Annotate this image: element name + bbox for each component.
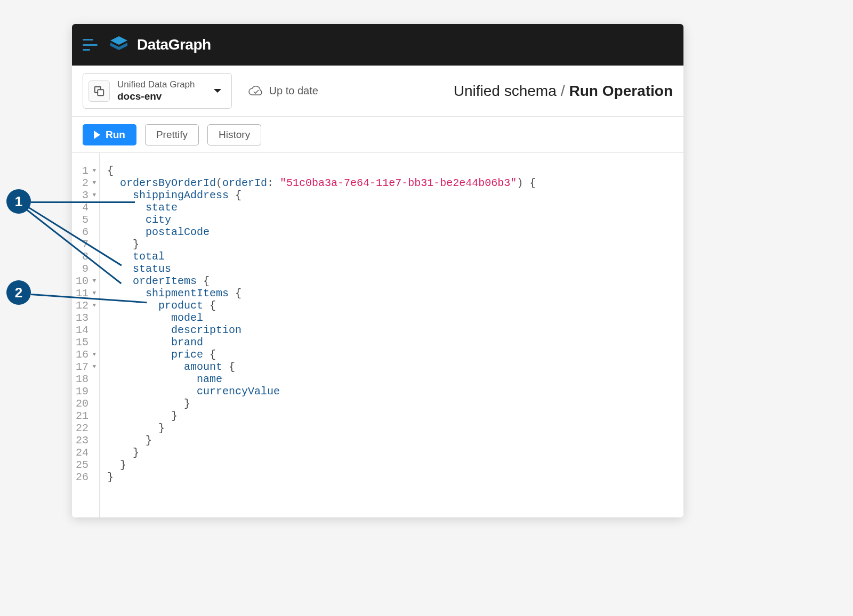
code-line[interactable]: name xyxy=(107,373,536,385)
gutter-line: 24 xyxy=(75,447,96,459)
breadcrumb-current: Run Operation xyxy=(569,83,673,100)
header: DataGraph xyxy=(72,24,683,66)
code-line[interactable]: model xyxy=(107,312,536,324)
code-line[interactable]: city xyxy=(107,214,536,226)
code-editor[interactable]: 1▼2▼3▼45678910▼11▼12▼13141516▼17▼1819202… xyxy=(72,153,683,517)
status-text: Up to date xyxy=(269,85,318,97)
cloud-check-icon xyxy=(248,85,264,97)
fold-icon[interactable]: ▼ xyxy=(91,299,96,312)
code-line[interactable]: brand xyxy=(107,336,536,348)
gutter-line: 6 xyxy=(75,226,96,238)
fold-icon[interactable]: ▼ xyxy=(91,348,96,361)
subheader: Unified Data Graph docs-env Up to date U… xyxy=(72,66,683,117)
gutter-line: 19 xyxy=(75,385,96,398)
code-line[interactable]: product { xyxy=(107,299,536,312)
gutter-line: 1▼ xyxy=(75,165,96,177)
code-line[interactable]: postalCode xyxy=(107,226,536,238)
logo-icon xyxy=(108,34,130,55)
code-line[interactable]: ordersByOrderId(orderId: "51c0ba3a-7e64-… xyxy=(107,177,536,189)
gutter-line: 21 xyxy=(75,410,96,422)
code-line[interactable]: } xyxy=(107,422,536,434)
svg-marker-0 xyxy=(110,36,127,45)
menu-icon[interactable] xyxy=(83,39,98,51)
code-line[interactable]: shippingAddress { xyxy=(107,189,536,201)
code-line[interactable]: } xyxy=(107,447,536,459)
annotation-badge-2: 2 xyxy=(6,280,31,305)
env-label: Unified Data Graph xyxy=(117,79,195,90)
gutter-line: 5 xyxy=(75,214,96,226)
gutter-line: 13 xyxy=(75,312,96,324)
gutter-line: 18 xyxy=(75,373,96,385)
gutter-line: 14 xyxy=(75,324,96,336)
layers-icon xyxy=(88,80,110,102)
breadcrumb-separator: / xyxy=(561,83,565,100)
breadcrumb-parent[interactable]: Unified schema xyxy=(454,83,557,100)
app-window: DataGraph Unified Data Graph docs-env Up… xyxy=(72,24,683,517)
gutter-line: 26 xyxy=(75,471,96,483)
code-line[interactable]: amount { xyxy=(107,361,536,373)
gutter-line: 23 xyxy=(75,434,96,447)
code-line[interactable]: shipmentItems { xyxy=(107,287,536,299)
fold-icon[interactable]: ▼ xyxy=(91,275,96,287)
fold-icon[interactable]: ▼ xyxy=(91,189,96,201)
fold-icon[interactable]: ▼ xyxy=(91,177,96,189)
code-line[interactable]: price { xyxy=(107,348,536,361)
breadcrumb: Unified schema / Run Operation xyxy=(454,83,673,100)
fold-icon[interactable]: ▼ xyxy=(91,165,96,177)
logo[interactable]: DataGraph xyxy=(108,34,211,55)
gutter-line: 4 xyxy=(75,201,96,214)
code-line[interactable]: { xyxy=(107,165,536,177)
play-icon xyxy=(94,131,100,139)
gutter-line: 22 xyxy=(75,422,96,434)
code-line[interactable]: state xyxy=(107,201,536,214)
code-line[interactable]: } xyxy=(107,471,536,483)
prettify-button[interactable]: Prettify xyxy=(145,124,199,145)
gutter-line: 17▼ xyxy=(75,361,96,373)
code-line[interactable]: } xyxy=(107,410,536,422)
gutter-line: 3▼ xyxy=(75,189,96,201)
toolbar: Run Prettify History xyxy=(72,117,683,153)
code-line[interactable]: orderItems { xyxy=(107,275,536,287)
history-button[interactable]: History xyxy=(207,124,261,145)
code-line[interactable]: total xyxy=(107,250,536,263)
code-line[interactable]: description xyxy=(107,324,536,336)
gutter-line: 9 xyxy=(75,263,96,275)
fold-icon[interactable]: ▼ xyxy=(91,361,96,373)
run-button[interactable]: Run xyxy=(83,124,136,145)
gutter-line: 2▼ xyxy=(75,177,96,189)
gutter-line: 25 xyxy=(75,459,96,471)
chevron-down-icon xyxy=(213,88,222,94)
svg-rect-4 xyxy=(98,90,103,95)
code-line[interactable]: } xyxy=(107,459,536,471)
sync-status: Up to date xyxy=(248,85,318,97)
gutter-line: 10▼ xyxy=(75,275,96,287)
gutter-line: 16▼ xyxy=(75,348,96,361)
gutter: 1▼2▼3▼45678910▼11▼12▼13141516▼17▼1819202… xyxy=(72,153,100,517)
gutter-line: 20 xyxy=(75,398,96,410)
code-line[interactable]: currencyValue xyxy=(107,385,536,398)
code-line[interactable]: } xyxy=(107,434,536,447)
env-selector[interactable]: Unified Data Graph docs-env xyxy=(83,73,232,109)
app-title: DataGraph xyxy=(137,36,211,53)
env-name: docs-env xyxy=(117,90,195,103)
gutter-line: 12▼ xyxy=(75,299,96,312)
code-line[interactable]: } xyxy=(107,398,536,410)
code-line[interactable]: } xyxy=(107,238,536,250)
code-area[interactable]: { ordersByOrderId(orderId: "51c0ba3a-7e6… xyxy=(100,153,536,517)
code-line[interactable]: status xyxy=(107,263,536,275)
run-label: Run xyxy=(106,129,125,141)
gutter-line: 15 xyxy=(75,336,96,348)
annotation-line xyxy=(31,201,135,203)
annotation-badge-1: 1 xyxy=(6,189,31,214)
